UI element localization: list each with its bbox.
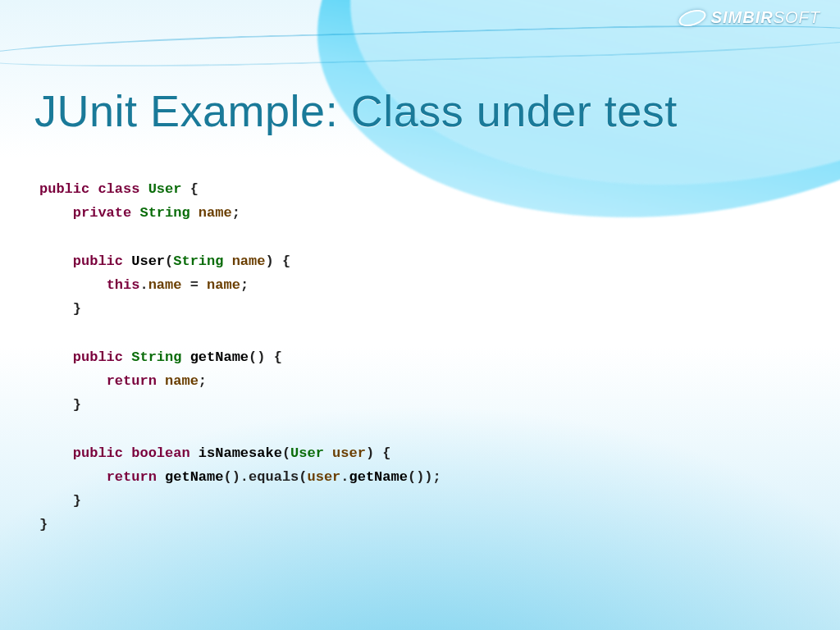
rhs-name: name <box>207 277 240 293</box>
obj-user: user <box>308 469 341 485</box>
semicolon: ; <box>232 205 240 221</box>
equals: = <box>181 277 207 293</box>
field-name: name <box>199 205 232 221</box>
brace-close: } <box>73 301 81 317</box>
keyword-public: public <box>73 349 123 365</box>
keyword-return: return <box>107 373 157 389</box>
keyword-this: this <box>107 277 140 293</box>
code-block: public class User { private String name;… <box>39 177 441 537</box>
keyword-public: public <box>39 181 89 197</box>
keyword-public: public <box>73 253 123 269</box>
keyword-return: return <box>107 469 157 485</box>
equals-call-mid: ().equals( <box>223 469 307 485</box>
logo-text-1: SIMBIR <box>711 8 774 26</box>
param-type: String <box>173 253 223 269</box>
constructor-name: User <box>131 253 165 269</box>
rparen-brace: ) { <box>265 253 290 269</box>
tail-parens: ()); <box>408 469 441 485</box>
semicolon: ; <box>240 277 249 293</box>
call-getname2: getName <box>349 469 408 485</box>
sig: () { <box>249 349 282 365</box>
type-string: String <box>139 205 189 221</box>
logo-text-2: SOFT <box>774 8 820 26</box>
brace-close: } <box>73 493 81 509</box>
logo-ring-icon <box>677 7 708 30</box>
brace-close: } <box>73 397 81 413</box>
method-isnamesake: isNamesake <box>199 445 282 461</box>
class-name: User <box>148 181 182 197</box>
dot: . <box>139 277 148 293</box>
brace-close-outer: } <box>39 517 48 532</box>
method-getname: getName <box>190 349 249 365</box>
brand-logo: SIMBIRSOFT <box>678 8 820 27</box>
param-user: user <box>332 445 366 461</box>
slide: SIMBIRSOFT JUnit Example: Class under te… <box>0 0 840 630</box>
call-getname1: getName <box>165 469 223 485</box>
keyword-class: class <box>98 181 139 197</box>
dot: . <box>340 469 349 485</box>
keyword-private: private <box>73 205 131 221</box>
param-name: name <box>232 253 266 269</box>
param-type-user: User <box>290 445 324 461</box>
semicolon: ; <box>199 373 207 389</box>
return-type: String <box>131 349 181 365</box>
rparen-brace: ) { <box>366 445 391 461</box>
keyword-public: public <box>73 445 123 461</box>
brace-open: { <box>181 181 198 197</box>
slide-title: JUnit Example: Class under test <box>34 85 678 136</box>
lparen: ( <box>282 445 290 461</box>
type-boolean: boolean <box>131 445 189 461</box>
lparen: ( <box>165 253 173 269</box>
return-var: name <box>165 373 199 389</box>
field-ref: name <box>148 277 182 293</box>
